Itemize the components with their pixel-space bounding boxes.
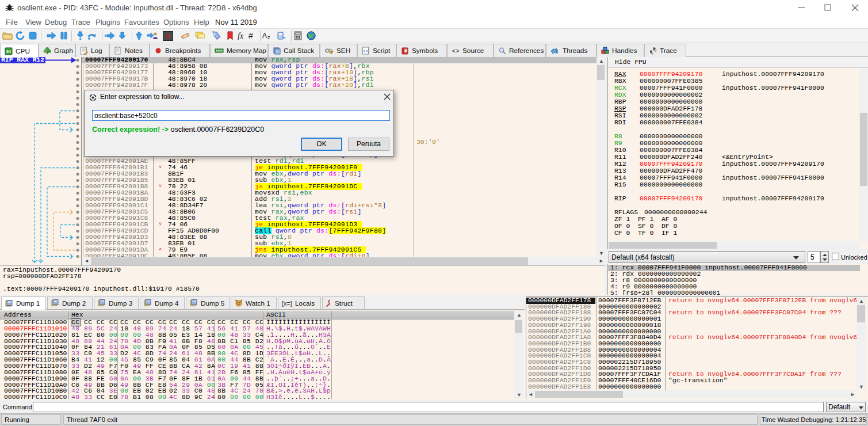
svg-text:A: A: [262, 32, 267, 40]
svg-text:<>: <>: [363, 48, 369, 54]
svg-text:S: S: [166, 32, 170, 40]
svg-text:64: 64: [6, 50, 11, 54]
svg-text:<>: <>: [452, 48, 459, 55]
svg-text:!: !: [331, 51, 331, 54]
svg-text:fx: fx: [238, 32, 244, 40]
svg-text:z: z: [267, 35, 270, 40]
svg-text:#: #: [248, 31, 253, 40]
